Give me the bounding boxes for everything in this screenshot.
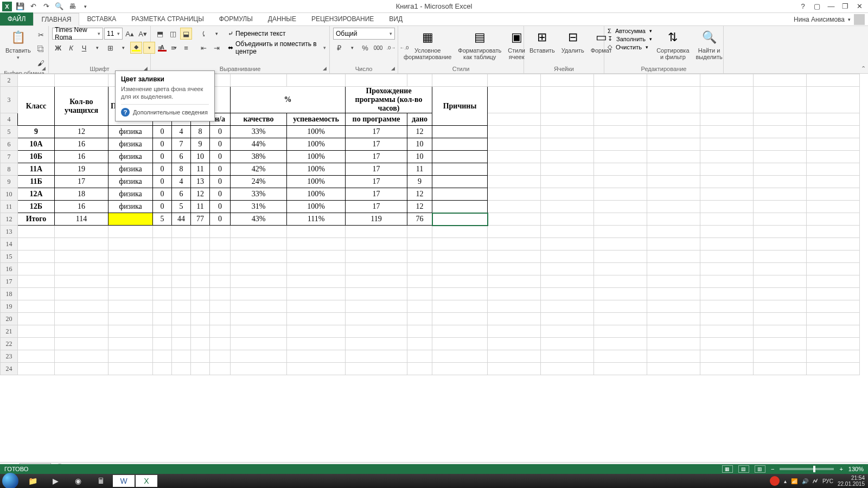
cell[interactable] — [108, 325, 153, 338]
cell[interactable] — [488, 176, 541, 188]
cell[interactable] — [647, 163, 700, 176]
cell[interactable] — [191, 263, 210, 275]
spreadsheet-grid[interactable]: 23 Класс Кол-во учащихся П % Прохождение… — [0, 74, 868, 464]
cell[interactable] — [55, 251, 108, 263]
row-header[interactable]: 17 — [1, 275, 18, 288]
cell[interactable] — [287, 288, 346, 300]
cell[interactable] — [210, 238, 231, 251]
cell[interactable] — [108, 238, 153, 251]
bold-button[interactable]: Ж — [52, 42, 64, 54]
cell[interactable] — [488, 151, 541, 163]
cell[interactable] — [210, 313, 231, 325]
selected-cell[interactable] — [432, 213, 488, 226]
cell[interactable] — [807, 325, 860, 338]
cell[interactable] — [488, 275, 541, 288]
cell[interactable] — [346, 288, 407, 300]
cell[interactable] — [432, 363, 488, 375]
row-header[interactable]: 20 — [1, 313, 18, 325]
cell[interactable] — [594, 226, 647, 238]
row-header[interactable]: 6 — [1, 138, 18, 151]
cell[interactable] — [594, 350, 647, 363]
row-header[interactable]: 24 — [1, 363, 18, 375]
cell[interactable] — [153, 338, 172, 350]
cell[interactable] — [488, 126, 541, 138]
cell[interactable] — [18, 300, 55, 313]
cell[interactable] — [700, 363, 754, 375]
excel-taskbar-icon[interactable]: X — [136, 475, 157, 487]
cell[interactable] — [807, 188, 860, 201]
cell[interactable] — [432, 350, 488, 363]
cell[interactable] — [432, 238, 488, 251]
cell[interactable] — [700, 313, 754, 325]
cell[interactable] — [231, 288, 287, 300]
cell[interactable] — [488, 226, 541, 238]
cell[interactable] — [700, 275, 754, 288]
orientation-more-icon[interactable]: ▾ — [210, 28, 222, 40]
cell[interactable] — [700, 201, 754, 213]
media-player-icon[interactable]: ▶ — [44, 475, 66, 487]
cell[interactable] — [407, 288, 432, 300]
language-indicator[interactable]: РУС — [822, 478, 833, 484]
cell[interactable] — [541, 288, 594, 300]
cell[interactable] — [172, 350, 191, 363]
cell[interactable] — [231, 226, 287, 238]
cell[interactable] — [594, 126, 647, 138]
cell[interactable] — [488, 363, 541, 375]
cell[interactable] — [700, 238, 754, 251]
cell[interactable] — [594, 74, 647, 87]
cell[interactable] — [541, 151, 594, 163]
preview-icon[interactable]: 🔍 — [54, 2, 64, 11]
borders-more-icon[interactable]: ▾ — [117, 42, 129, 54]
cell[interactable] — [754, 138, 807, 151]
cell[interactable] — [108, 350, 153, 363]
cell[interactable] — [210, 325, 231, 338]
cell[interactable] — [594, 87, 647, 113]
cell[interactable] — [807, 163, 860, 176]
clock[interactable]: 21:54 22.01.2015 — [838, 475, 865, 487]
cell[interactable] — [754, 338, 807, 350]
cell[interactable] — [594, 113, 647, 126]
cell[interactable] — [754, 363, 807, 375]
battery-icon[interactable]: 🗲 — [813, 478, 818, 484]
insert-cells-button[interactable]: ⊞Вставить — [527, 28, 557, 55]
cut-icon[interactable]: ✂ — [35, 29, 47, 41]
cell[interactable] — [231, 238, 287, 251]
cell[interactable] — [172, 288, 191, 300]
cell[interactable] — [287, 350, 346, 363]
cell[interactable] — [346, 338, 407, 350]
cell[interactable] — [700, 151, 754, 163]
cell[interactable] — [754, 226, 807, 238]
number-dialog-icon[interactable]: ◢ — [389, 65, 397, 72]
cell[interactable] — [210, 338, 231, 350]
cell[interactable] — [231, 350, 287, 363]
row-header[interactable]: 19 — [1, 300, 18, 313]
cell[interactable] — [346, 74, 407, 87]
cell[interactable] — [807, 113, 860, 126]
autosum-button[interactable]: Σ Автосумма ▾ — [608, 28, 652, 34]
cell[interactable] — [210, 263, 231, 275]
underline-more-icon[interactable]: ▾ — [91, 42, 103, 54]
cell[interactable] — [55, 263, 108, 275]
cell[interactable] — [210, 363, 231, 375]
cell[interactable] — [287, 226, 346, 238]
cell[interactable] — [647, 213, 700, 226]
cell[interactable] — [287, 238, 346, 251]
normal-view-icon[interactable]: ▦ — [722, 465, 733, 473]
paste-button[interactable]: 📋 Вставить ▾ — [3, 28, 33, 61]
cell[interactable] — [18, 363, 55, 375]
cell[interactable] — [18, 288, 55, 300]
cell[interactable] — [754, 87, 807, 113]
tab-file[interactable]: ФАЙЛ — [0, 12, 33, 25]
cell[interactable] — [108, 251, 153, 263]
cell[interactable] — [432, 288, 488, 300]
increase-indent-icon[interactable]: ⇥ — [210, 42, 222, 54]
cell[interactable] — [18, 275, 55, 288]
cell[interactable] — [647, 201, 700, 213]
cell[interactable] — [153, 288, 172, 300]
cell[interactable] — [541, 363, 594, 375]
cell[interactable] — [488, 201, 541, 213]
fill-color-button[interactable]: ◆ — [130, 42, 142, 54]
cell[interactable] — [55, 300, 108, 313]
font-size-combo[interactable]: 11 — [104, 28, 123, 40]
cell[interactable] — [191, 350, 210, 363]
